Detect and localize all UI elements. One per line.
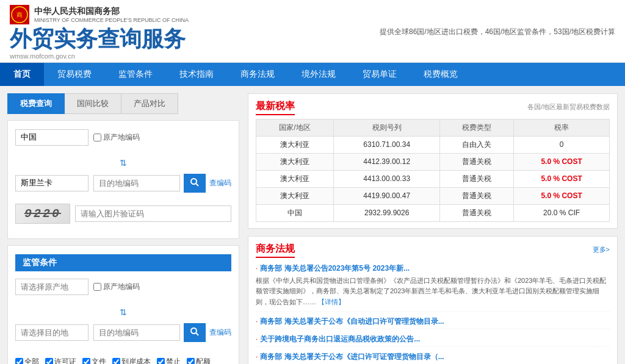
- checkbox-license[interactable]: 许可证: [45, 357, 76, 364]
- cell-country: 澳大利亚: [256, 136, 334, 153]
- supervision-swap-arrow[interactable]: ⇅: [15, 306, 231, 318]
- bullet-icon: ·: [256, 264, 258, 273]
- news-item-2: ·关于跨境电子商务出口退运商品税收政策的公告...: [256, 332, 610, 347]
- commerce-title: 商务法规: [256, 243, 295, 258]
- table-row: 澳大利亚 6310.71.00.34 自由入关 0: [256, 136, 610, 153]
- cell-rate: 5.0 % COST: [514, 170, 610, 187]
- nav-item-tax-overview[interactable]: 税费概览: [410, 63, 471, 86]
- news-detail-0[interactable]: 【详情】: [318, 298, 345, 305]
- col-country: 国家/地区: [256, 119, 334, 136]
- cell-country: 澳大利亚: [256, 187, 334, 204]
- lookup-code-link[interactable]: 查编码: [209, 178, 231, 188]
- tax-rate-section: 最新税率 各国/地区最新贸易税费数据 国家/地区 税则号列 税费类型 税率 澳大…: [248, 93, 618, 229]
- svg-point-2: [191, 179, 197, 184]
- origin-code-checkbox[interactable]: [93, 134, 101, 141]
- news-title-2[interactable]: 关于跨境电子商务出口退运商品税收政策的公告...: [260, 335, 420, 343]
- ministry-name-en: MINISTRY OF COMMERCE PEOPLE'S REPUBLIC O…: [34, 17, 189, 23]
- header: 商 中华人民共和国商务部 MINISTRY OF COMMERCE PEOPLE…: [0, 0, 625, 63]
- captcha-image: 9220: [15, 204, 70, 224]
- search-button[interactable]: [184, 174, 206, 193]
- supervision-origin-code-label: 原产地编码: [93, 282, 140, 292]
- supervision-origin-row: 原产地编码: [15, 279, 231, 295]
- nav-item-trade-cert[interactable]: 贸易单证: [349, 63, 410, 86]
- origin-code-label: 原产地编码: [103, 132, 140, 143]
- dest-country-row: 查编码: [15, 174, 231, 193]
- cell-type: 普通关税: [440, 153, 514, 170]
- supervision-origin-input[interactable]: [15, 279, 89, 295]
- nav-item-foreign-law[interactable]: 境外法规: [288, 63, 349, 86]
- cell-rate: 20.0 % CIF: [514, 204, 610, 221]
- header-description: 提供全球86国/地区进出口税费，46国/地区监管条件，53国/地区税费计算: [380, 27, 615, 37]
- supervision-search-button[interactable]: [184, 323, 206, 342]
- supervision-dest-code-input[interactable]: [93, 324, 180, 341]
- svg-line-5: [196, 333, 198, 335]
- nav-item-trade-tax[interactable]: 贸易税费: [44, 63, 105, 86]
- origin-country-input[interactable]: [15, 129, 89, 146]
- bullet-icon: ·: [256, 317, 258, 326]
- site-url: wmsw.mofcom.gov.cn: [10, 52, 189, 60]
- cell-code: 4413.00.00.33: [334, 170, 440, 187]
- dest-code-input[interactable]: [93, 175, 180, 191]
- main-content: 税费查询 国间比较 产品对比 原产地编码 ⇅: [0, 86, 625, 364]
- dest-country-input[interactable]: [15, 175, 89, 191]
- tax-query-form: 原产地编码 ⇅ 查编码: [7, 120, 239, 239]
- dest-code-row: 查编码: [93, 174, 231, 193]
- supervision-lookup-link[interactable]: 查编码: [209, 327, 231, 338]
- news-title-1[interactable]: 商务部 海关总署关于公布《自动进口许可管理货物目录...: [260, 317, 444, 326]
- nav-item-tech-guide[interactable]: 技术指南: [166, 63, 227, 86]
- checkbox-document[interactable]: 文件: [82, 357, 106, 364]
- cell-rate: 0: [514, 136, 610, 153]
- supervision-origin-code-checkbox[interactable]: [93, 283, 101, 291]
- cell-type: 普通关税: [440, 170, 514, 187]
- supervision-section: 监管条件 原产地编码 ⇅: [7, 245, 239, 364]
- tab-country-compare[interactable]: 国间比较: [65, 93, 121, 114]
- cell-code: 2932.99.9026: [334, 204, 440, 221]
- cell-country: 中国: [256, 204, 334, 221]
- supervision-dest-row: 查编码: [15, 323, 231, 342]
- captcha-input[interactable]: [75, 205, 231, 222]
- news-content-0: 根据《中华人民共和国货物进出口管理条例》《农产品进口关税配额管理暂行办法》和《2…: [256, 276, 610, 308]
- right-panel: 最新税率 各国/地区最新贸易税费数据 国家/地区 税则号列 税费类型 税率 澳大…: [248, 93, 618, 364]
- tab-tax-query[interactable]: 税费查询: [7, 93, 65, 114]
- cell-type: 自由入关: [440, 136, 514, 153]
- cell-code: 4419.90.00.47: [334, 187, 440, 204]
- checkbox-quota[interactable]: 配额: [187, 357, 211, 364]
- cell-rate: 5.0 % COST: [514, 187, 610, 204]
- col-rate: 税率: [514, 119, 610, 136]
- supervision-dest-input[interactable]: [15, 324, 89, 341]
- tax-rate-subtitle: 各国/地区最新贸易税费数据: [527, 102, 610, 112]
- tab-product-compare[interactable]: 产品对比: [121, 93, 178, 114]
- cell-country: 澳大利亚: [256, 153, 334, 170]
- checkbox-all[interactable]: 全部: [15, 357, 39, 364]
- cell-rate: 5.0 % COST: [514, 153, 610, 170]
- supervision-origin-code-text: 原产地编码: [103, 282, 140, 292]
- nav-item-commerce-law[interactable]: 商务法规: [227, 63, 288, 86]
- checkbox-ban[interactable]: 禁止: [157, 357, 181, 364]
- supervision-dest-code-row: 查编码: [93, 323, 231, 342]
- tax-rate-table: 国家/地区 税则号列 税费类型 税率 澳大利亚 6310.71.00.34 自由…: [256, 119, 610, 222]
- news-item-3: ·商务部 海关总署关于公布《进口许可证管理货物目录（...: [256, 350, 610, 364]
- news-title-3[interactable]: 商务部 海关总署关于公布《进口许可证管理货物目录（...: [260, 352, 444, 361]
- nav-item-home[interactable]: 首页: [0, 63, 44, 86]
- ministry-name-cn: 中华人民共和国商务部: [34, 6, 189, 17]
- origin-code-checkbox-label: 原产地编码: [93, 132, 140, 143]
- cell-type: 普通关税: [440, 204, 514, 221]
- checkbox-landing-cost[interactable]: 到岸成本: [112, 357, 151, 364]
- tab-bar: 税费查询 国间比较 产品对比: [7, 93, 239, 114]
- svg-point-4: [191, 328, 197, 334]
- nav-item-supervision[interactable]: 监管条件: [105, 63, 166, 86]
- news-title-0[interactable]: 商务部 海关总署公告2023年第5号 2023年新...: [260, 264, 410, 273]
- swap-arrow[interactable]: ⇅: [15, 157, 231, 169]
- svg-text:商: 商: [16, 12, 23, 18]
- ministry-logo: 商: [10, 5, 29, 24]
- table-row: 澳大利亚 4413.00.00.33 普通关税 5.0 % COST: [256, 170, 610, 187]
- col-type: 税费类型: [440, 119, 514, 136]
- commerce-header: 商务法规 更多>: [256, 243, 610, 258]
- origin-country-row: 原产地编码: [15, 129, 231, 146]
- site-title: 外贸实务查询服务: [10, 27, 189, 51]
- svg-line-3: [196, 184, 198, 186]
- commerce-more-link[interactable]: 更多>: [593, 245, 610, 254]
- cell-code: 6310.71.00.34: [334, 136, 440, 153]
- table-row: 中国 2932.99.9026 普通关税 20.0 % CIF: [256, 204, 610, 221]
- captcha-row: 9220: [15, 204, 231, 224]
